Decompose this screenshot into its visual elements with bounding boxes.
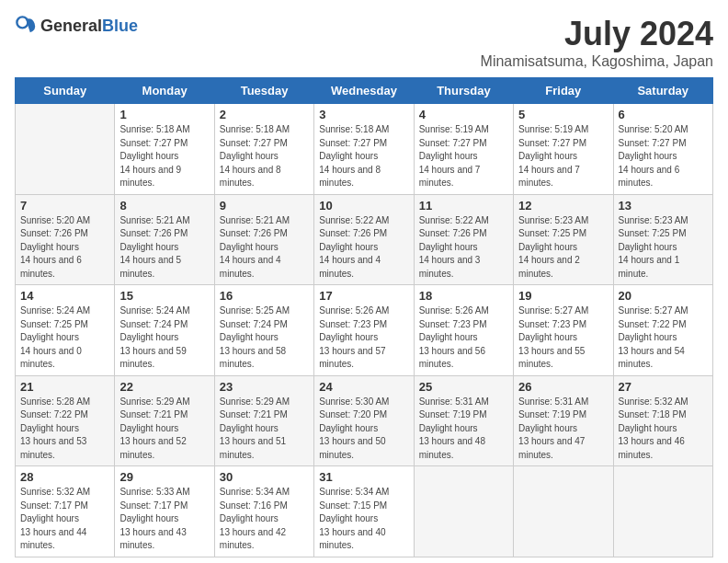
day-number: 8 [119,199,209,213]
calendar-header: SundayMondayTuesdayWednesdayThursdayFrid… [16,78,713,104]
logo-general-text: General [40,17,102,35]
weekday-header: Monday [115,78,214,104]
day-number: 26 [518,380,608,394]
weekday-row: SundayMondayTuesdayWednesdayThursdayFrid… [16,78,713,104]
day-number: 18 [419,289,508,303]
cell-info: Sunrise: 5:22 AMSunset: 7:26 PMDaylight … [419,214,508,282]
cell-info: Sunrise: 5:18 AMSunset: 7:27 PMDaylight … [119,123,209,190]
day-number: 29 [119,470,209,484]
calendar-cell: 8Sunrise: 5:21 AMSunset: 7:26 PMDaylight… [115,194,214,285]
calendar-cell: 27Sunrise: 5:32 AMSunset: 7:18 PMDayligh… [613,375,712,466]
weekday-header: Thursday [414,78,513,104]
title-area: July 2024 Minamisatsuma, Kagoshima, Japa… [481,15,713,70]
weekday-header: Wednesday [314,78,414,104]
calendar-cell: 22Sunrise: 5:29 AMSunset: 7:21 PMDayligh… [115,375,214,466]
cell-info: Sunrise: 5:34 AMSunset: 7:15 PMDaylight … [319,486,408,553]
cell-info: Sunrise: 5:24 AMSunset: 7:25 PMDaylight … [20,304,109,372]
location-title: Minamisatsuma, Kagoshima, Japan [481,53,713,70]
calendar-cell [16,104,115,195]
calendar-cell: 24Sunrise: 5:30 AMSunset: 7:20 PMDayligh… [314,375,414,466]
day-number: 14 [20,289,109,303]
calendar-cell: 9Sunrise: 5:21 AMSunset: 7:26 PMDaylight… [214,194,313,285]
calendar-cell: 11Sunrise: 5:22 AMSunset: 7:26 PMDayligh… [414,194,513,285]
cell-info: Sunrise: 5:24 AMSunset: 7:24 PMDaylight … [119,304,209,372]
cell-info: Sunrise: 5:33 AMSunset: 7:17 PMDaylight … [119,486,209,553]
day-number: 1 [119,108,209,121]
calendar-cell [414,466,513,557]
cell-info: Sunrise: 5:31 AMSunset: 7:19 PMDaylight … [518,396,608,463]
day-number: 17 [319,289,408,303]
logo-blue-text: Blue [102,17,138,35]
cell-info: Sunrise: 5:31 AMSunset: 7:19 PMDaylight … [419,396,508,463]
cell-info: Sunrise: 5:26 AMSunset: 7:23 PMDaylight … [419,304,508,372]
calendar-cell: 31Sunrise: 5:34 AMSunset: 7:15 PMDayligh… [314,466,414,557]
cell-info: Sunrise: 5:34 AMSunset: 7:16 PMDaylight … [220,486,309,553]
weekday-header: Tuesday [214,78,313,104]
calendar-table: SundayMondayTuesdayWednesdayThursdayFrid… [15,77,713,557]
calendar-cell: 28Sunrise: 5:32 AMSunset: 7:17 PMDayligh… [16,466,115,557]
day-number: 20 [619,289,708,303]
calendar-cell: 12Sunrise: 5:23 AMSunset: 7:25 PMDayligh… [514,194,613,285]
cell-info: Sunrise: 5:27 AMSunset: 7:23 PMDaylight … [518,304,608,372]
calendar-cell: 2Sunrise: 5:18 AMSunset: 7:27 PMDaylight… [214,104,313,195]
calendar-cell: 14Sunrise: 5:24 AMSunset: 7:25 PMDayligh… [16,285,115,376]
calendar-cell: 5Sunrise: 5:19 AMSunset: 7:27 PMDaylight… [514,104,613,195]
weekday-header: Friday [514,78,613,104]
month-title: July 2024 [481,15,713,53]
calendar-cell: 19Sunrise: 5:27 AMSunset: 7:23 PMDayligh… [514,285,613,376]
cell-info: Sunrise: 5:18 AMSunset: 7:27 PMDaylight … [319,123,408,190]
day-number: 27 [619,380,708,394]
day-number: 31 [319,470,408,484]
cell-info: Sunrise: 5:32 AMSunset: 7:17 PMDaylight … [20,486,109,553]
weekday-header: Saturday [613,78,712,104]
cell-info: Sunrise: 5:32 AMSunset: 7:18 PMDaylight … [619,396,708,463]
day-number: 24 [319,380,408,394]
weekday-header: Sunday [16,78,115,104]
day-number: 12 [518,199,608,213]
cell-info: Sunrise: 5:22 AMSunset: 7:26 PMDaylight … [319,214,408,282]
day-number: 30 [220,470,309,484]
page-header: GeneralBlue July 2024 Minamisatsuma, Kag… [15,15,713,70]
calendar-cell: 26Sunrise: 5:31 AMSunset: 7:19 PMDayligh… [514,375,613,466]
cell-info: Sunrise: 5:25 AMSunset: 7:24 PMDaylight … [220,304,309,372]
calendar-cell: 4Sunrise: 5:19 AMSunset: 7:27 PMDaylight… [414,104,513,195]
day-number: 2 [220,108,309,121]
calendar-cell: 13Sunrise: 5:23 AMSunset: 7:25 PMDayligh… [613,194,712,285]
day-number: 22 [119,380,209,394]
calendar-cell: 3Sunrise: 5:18 AMSunset: 7:27 PMDaylight… [314,104,414,195]
calendar-cell: 30Sunrise: 5:34 AMSunset: 7:16 PMDayligh… [214,466,313,557]
cell-info: Sunrise: 5:29 AMSunset: 7:21 PMDaylight … [119,396,209,463]
cell-info: Sunrise: 5:21 AMSunset: 7:26 PMDaylight … [119,214,209,282]
day-number: 16 [220,289,309,303]
day-number: 11 [419,199,508,213]
cell-info: Sunrise: 5:29 AMSunset: 7:21 PMDaylight … [220,396,309,463]
day-number: 13 [619,199,708,213]
calendar-cell: 20Sunrise: 5:27 AMSunset: 7:22 PMDayligh… [613,285,712,376]
cell-info: Sunrise: 5:21 AMSunset: 7:26 PMDaylight … [220,214,309,282]
cell-info: Sunrise: 5:19 AMSunset: 7:27 PMDaylight … [419,123,508,190]
day-number: 5 [518,108,608,121]
day-number: 25 [419,380,508,394]
day-number: 6 [619,108,708,121]
cell-info: Sunrise: 5:27 AMSunset: 7:22 PMDaylight … [619,304,708,372]
calendar-cell: 17Sunrise: 5:26 AMSunset: 7:23 PMDayligh… [314,285,414,376]
cell-info: Sunrise: 5:26 AMSunset: 7:23 PMDaylight … [319,304,408,372]
logo-icon [15,15,37,37]
svg-point-0 [17,17,28,28]
calendar-cell: 23Sunrise: 5:29 AMSunset: 7:21 PMDayligh… [214,375,313,466]
calendar-week-row: 21Sunrise: 5:28 AMSunset: 7:22 PMDayligh… [16,375,713,466]
calendar-cell [613,466,712,557]
day-number: 28 [20,470,109,484]
day-number: 4 [419,108,508,121]
day-number: 7 [20,199,109,213]
logo: GeneralBlue [15,15,138,37]
day-number: 23 [220,380,309,394]
calendar-cell: 21Sunrise: 5:28 AMSunset: 7:22 PMDayligh… [16,375,115,466]
cell-info: Sunrise: 5:23 AMSunset: 7:25 PMDaylight … [518,214,608,282]
calendar-cell: 18Sunrise: 5:26 AMSunset: 7:23 PMDayligh… [414,285,513,376]
calendar-cell: 15Sunrise: 5:24 AMSunset: 7:24 PMDayligh… [115,285,214,376]
cell-info: Sunrise: 5:30 AMSunset: 7:20 PMDaylight … [319,396,408,463]
cell-info: Sunrise: 5:18 AMSunset: 7:27 PMDaylight … [220,123,309,190]
calendar-cell: 29Sunrise: 5:33 AMSunset: 7:17 PMDayligh… [115,466,214,557]
day-number: 15 [119,289,209,303]
